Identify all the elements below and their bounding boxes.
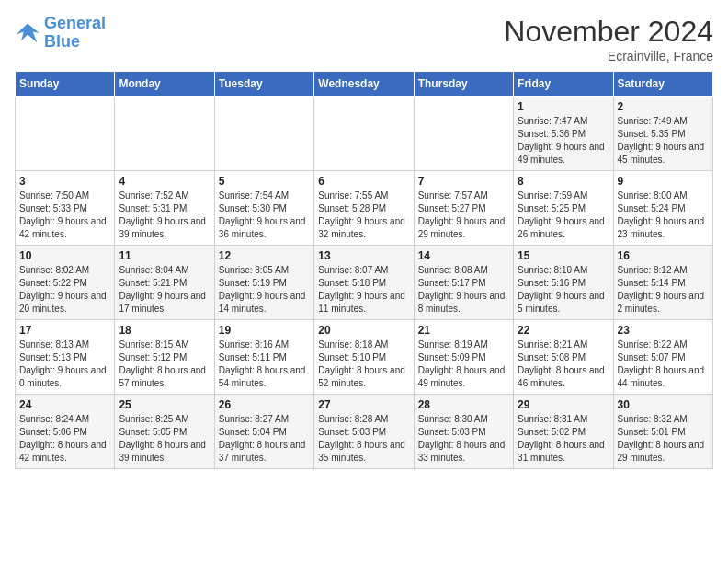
- week-row-1: 1Sunrise: 7:47 AM Sunset: 5:36 PM Daylig…: [16, 97, 713, 171]
- day-number: 17: [19, 324, 110, 337]
- week-row-5: 24Sunrise: 8:24 AM Sunset: 5:06 PM Dayli…: [16, 395, 713, 469]
- calendar-table: SundayMondayTuesdayWednesdayThursdayFrid…: [15, 71, 713, 469]
- logo-line1: General: [44, 14, 106, 32]
- week-row-3: 10Sunrise: 8:02 AM Sunset: 5:22 PM Dayli…: [16, 246, 713, 320]
- day-info: Sunrise: 8:13 AM Sunset: 5:13 PM Dayligh…: [19, 339, 110, 390]
- weekday-header-monday: Monday: [115, 72, 214, 97]
- day-number: 3: [19, 175, 110, 188]
- day-cell: 14Sunrise: 8:08 AM Sunset: 5:17 PM Dayli…: [414, 246, 513, 320]
- day-info: Sunrise: 8:24 AM Sunset: 5:06 PM Dayligh…: [19, 413, 110, 465]
- day-cell: [115, 97, 214, 171]
- day-number: 15: [518, 249, 609, 262]
- day-info: Sunrise: 8:19 AM Sunset: 5:09 PM Dayligh…: [418, 339, 509, 390]
- day-cell: 17Sunrise: 8:13 AM Sunset: 5:13 PM Dayli…: [16, 320, 115, 395]
- day-info: Sunrise: 8:16 AM Sunset: 5:11 PM Dayligh…: [219, 339, 310, 390]
- month-title: November 2024: [504, 15, 713, 49]
- day-info: Sunrise: 8:00 AM Sunset: 5:24 PM Dayligh…: [618, 190, 709, 241]
- weekday-header-saturday: Saturday: [613, 72, 712, 97]
- day-cell: 28Sunrise: 8:30 AM Sunset: 5:03 PM Dayli…: [414, 395, 513, 469]
- day-info: Sunrise: 8:04 AM Sunset: 5:21 PM Dayligh…: [119, 264, 210, 316]
- day-cell: [414, 97, 513, 171]
- day-number: 28: [418, 398, 509, 411]
- day-cell: 16Sunrise: 8:12 AM Sunset: 5:14 PM Dayli…: [613, 246, 712, 320]
- title-block: November 2024 Ecrainville, France: [504, 15, 713, 63]
- day-cell: 3Sunrise: 7:50 AM Sunset: 5:33 PM Daylig…: [16, 171, 115, 246]
- day-cell: 25Sunrise: 8:25 AM Sunset: 5:05 PM Dayli…: [115, 395, 214, 469]
- day-cell: 4Sunrise: 7:52 AM Sunset: 5:31 PM Daylig…: [115, 171, 214, 246]
- day-info: Sunrise: 8:30 AM Sunset: 5:03 PM Dayligh…: [418, 413, 509, 465]
- day-info: Sunrise: 7:47 AM Sunset: 5:36 PM Dayligh…: [518, 115, 609, 167]
- day-number: 23: [618, 324, 709, 337]
- day-cell: 18Sunrise: 8:15 AM Sunset: 5:12 PM Dayli…: [115, 320, 214, 395]
- calendar-body: 1Sunrise: 7:47 AM Sunset: 5:36 PM Daylig…: [16, 97, 713, 469]
- page-header: General Blue November 2024 Ecrainville, …: [15, 15, 713, 63]
- day-info: Sunrise: 8:02 AM Sunset: 5:22 PM Dayligh…: [19, 264, 110, 316]
- day-number: 5: [219, 175, 310, 188]
- day-number: 7: [418, 175, 509, 188]
- day-cell: 21Sunrise: 8:19 AM Sunset: 5:09 PM Dayli…: [414, 320, 513, 395]
- day-number: 24: [19, 398, 110, 411]
- day-info: Sunrise: 8:32 AM Sunset: 5:01 PM Dayligh…: [618, 413, 709, 465]
- day-cell: 10Sunrise: 8:02 AM Sunset: 5:22 PM Dayli…: [16, 246, 115, 320]
- day-cell: 12Sunrise: 8:05 AM Sunset: 5:19 PM Dayli…: [214, 246, 313, 320]
- day-number: 1: [518, 100, 609, 113]
- day-info: Sunrise: 8:27 AM Sunset: 5:04 PM Dayligh…: [219, 413, 310, 465]
- day-info: Sunrise: 7:55 AM Sunset: 5:28 PM Dayligh…: [318, 190, 409, 241]
- day-number: 14: [418, 249, 509, 262]
- day-info: Sunrise: 8:05 AM Sunset: 5:19 PM Dayligh…: [219, 264, 310, 316]
- day-info: Sunrise: 8:10 AM Sunset: 5:16 PM Dayligh…: [518, 264, 609, 316]
- day-number: 27: [318, 398, 409, 411]
- day-cell: 22Sunrise: 8:21 AM Sunset: 5:08 PM Dayli…: [514, 320, 613, 395]
- weekday-header-tuesday: Tuesday: [214, 72, 313, 97]
- day-number: 30: [618, 398, 709, 411]
- day-info: Sunrise: 7:49 AM Sunset: 5:35 PM Dayligh…: [618, 115, 709, 167]
- day-number: 11: [119, 249, 210, 262]
- day-number: 29: [518, 398, 609, 411]
- weekday-row: SundayMondayTuesdayWednesdayThursdayFrid…: [16, 72, 713, 97]
- day-number: 16: [618, 249, 709, 262]
- weekday-header-wednesday: Wednesday: [314, 72, 414, 97]
- day-cell: 1Sunrise: 7:47 AM Sunset: 5:36 PM Daylig…: [514, 97, 613, 171]
- day-cell: 13Sunrise: 8:07 AM Sunset: 5:18 PM Dayli…: [314, 246, 414, 320]
- day-cell: 23Sunrise: 8:22 AM Sunset: 5:07 PM Dayli…: [613, 320, 712, 395]
- day-info: Sunrise: 7:57 AM Sunset: 5:27 PM Dayligh…: [418, 190, 509, 241]
- day-number: 26: [219, 398, 310, 411]
- day-info: Sunrise: 8:08 AM Sunset: 5:17 PM Dayligh…: [418, 264, 509, 316]
- week-row-2: 3Sunrise: 7:50 AM Sunset: 5:33 PM Daylig…: [16, 171, 713, 246]
- calendar-header: SundayMondayTuesdayWednesdayThursdayFrid…: [16, 72, 713, 97]
- day-number: 6: [318, 175, 409, 188]
- day-number: 12: [219, 249, 310, 262]
- day-info: Sunrise: 8:12 AM Sunset: 5:14 PM Dayligh…: [618, 264, 709, 316]
- week-row-4: 17Sunrise: 8:13 AM Sunset: 5:13 PM Dayli…: [16, 320, 713, 395]
- logo-icon: [15, 20, 40, 46]
- day-number: 13: [318, 249, 409, 262]
- weekday-header-friday: Friday: [514, 72, 613, 97]
- day-cell: [314, 97, 414, 171]
- day-cell: 27Sunrise: 8:28 AM Sunset: 5:03 PM Dayli…: [314, 395, 414, 469]
- day-cell: 5Sunrise: 7:54 AM Sunset: 5:30 PM Daylig…: [214, 171, 313, 246]
- day-info: Sunrise: 8:31 AM Sunset: 5:02 PM Dayligh…: [518, 413, 609, 465]
- day-info: Sunrise: 8:25 AM Sunset: 5:05 PM Dayligh…: [119, 413, 210, 465]
- day-info: Sunrise: 8:07 AM Sunset: 5:18 PM Dayligh…: [318, 264, 409, 316]
- svg-marker-0: [16, 23, 39, 42]
- day-number: 20: [318, 324, 409, 337]
- day-info: Sunrise: 8:18 AM Sunset: 5:10 PM Dayligh…: [318, 339, 409, 390]
- day-info: Sunrise: 8:28 AM Sunset: 5:03 PM Dayligh…: [318, 413, 409, 465]
- day-cell: 24Sunrise: 8:24 AM Sunset: 5:06 PM Dayli…: [16, 395, 115, 469]
- day-cell: 20Sunrise: 8:18 AM Sunset: 5:10 PM Dayli…: [314, 320, 414, 395]
- day-cell: 8Sunrise: 7:59 AM Sunset: 5:25 PM Daylig…: [514, 171, 613, 246]
- day-number: 4: [119, 175, 210, 188]
- logo: General Blue: [15, 15, 106, 52]
- logo-text: General Blue: [44, 15, 106, 52]
- day-number: 19: [219, 324, 310, 337]
- day-number: 2: [618, 100, 709, 113]
- day-number: 21: [418, 324, 509, 337]
- day-number: 8: [518, 175, 609, 188]
- day-info: Sunrise: 8:21 AM Sunset: 5:08 PM Dayligh…: [518, 339, 609, 390]
- day-cell: 6Sunrise: 7:55 AM Sunset: 5:28 PM Daylig…: [314, 171, 414, 246]
- day-cell: 11Sunrise: 8:04 AM Sunset: 5:21 PM Dayli…: [115, 246, 214, 320]
- location: Ecrainville, France: [504, 49, 713, 63]
- day-cell: 2Sunrise: 7:49 AM Sunset: 5:35 PM Daylig…: [613, 97, 712, 171]
- day-number: 18: [119, 324, 210, 337]
- day-info: Sunrise: 8:22 AM Sunset: 5:07 PM Dayligh…: [618, 339, 709, 390]
